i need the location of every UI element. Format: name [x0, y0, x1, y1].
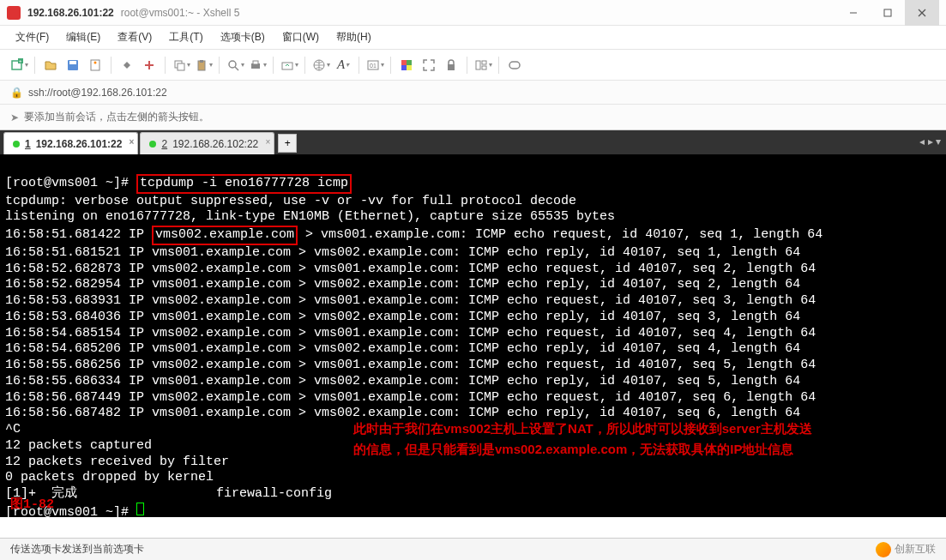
prompt: [root@vms001 ~]#: [5, 176, 136, 190]
svg-rect-25: [401, 65, 407, 70]
minimize-button[interactable]: [836, 0, 871, 26]
terminal-line: ^C: [5, 422, 21, 437]
toolbar: + A 01: [0, 50, 946, 81]
tab-label: 192.168.26.102:22: [172, 138, 258, 150]
menu-view[interactable]: 查看(V): [114, 28, 155, 46]
svg-rect-31: [509, 62, 520, 69]
add-tab-button[interactable]: +: [278, 134, 297, 153]
properties-icon[interactable]: [85, 55, 105, 75]
status-dot-icon: [149, 141, 156, 148]
terminal-line: 16:58:55.686256 IP vms002.example.com > …: [5, 358, 816, 372]
brand-icon: [876, 542, 891, 557]
highlighted-command: tcpdump -i eno16777728 icmp: [136, 174, 352, 194]
find-icon[interactable]: [225, 55, 245, 75]
tab-close-icon[interactable]: ×: [265, 137, 270, 147]
lock-icon[interactable]: [441, 55, 461, 75]
svg-rect-26: [407, 65, 412, 70]
terminal-line: 16:58:54.685206 IP vms001.example.com > …: [5, 341, 800, 356]
terminal-line: 16:58:51.681521 IP vms001.example.com > …: [5, 245, 800, 260]
close-icon: [918, 9, 926, 17]
color-icon[interactable]: [396, 55, 417, 75]
tab-close-icon[interactable]: ×: [130, 137, 135, 147]
layout-icon[interactable]: [473, 55, 493, 75]
save-icon[interactable]: [63, 55, 83, 75]
menu-tabs[interactable]: 选项卡(B): [217, 28, 268, 46]
terminal-line: 16:58:53.683931 IP vms002.example.com > …: [5, 293, 816, 308]
tab-num: 2: [161, 138, 167, 150]
menu-edit[interactable]: 编辑(E): [63, 28, 104, 46]
language-icon[interactable]: [310, 55, 331, 75]
tab-num: 1: [25, 138, 31, 150]
print-icon[interactable]: [247, 55, 268, 75]
status-bar: 传送选项卡发送到当前选项卡 创新互联: [0, 538, 946, 560]
svg-rect-14: [200, 60, 203, 63]
svg-text:+: +: [19, 58, 22, 63]
svg-rect-30: [482, 66, 486, 69]
svg-point-10: [94, 61, 97, 63]
brand-logo: 创新互联: [876, 542, 936, 557]
svg-rect-29: [482, 61, 486, 64]
svg-point-15: [229, 61, 236, 68]
reconnect-icon[interactable]: [117, 55, 137, 75]
transfer-icon[interactable]: [279, 55, 299, 75]
terminal-line: 16:58:53.684036 IP vms001.example.com > …: [5, 310, 800, 324]
terminal-line: 16:58:52.682873 IP vms002.example.com > …: [5, 262, 816, 276]
terminal-line: > vms001.example.com: ICMP echo request,…: [298, 227, 822, 242]
terminal-cursor: [136, 503, 144, 515]
svg-rect-24: [407, 60, 412, 65]
tab-scroll-icon[interactable]: ◂ ▸ ▾: [919, 135, 941, 148]
terminal-line: 16:58:52.682954 IP vms001.example.com > …: [5, 277, 800, 292]
tab-session-1[interactable]: 1 192.168.26.101:22 ×: [3, 132, 138, 154]
terminal-line: 16:58:55.686334 IP vms001.example.com > …: [5, 374, 800, 388]
window-title-main: 192.168.26.101:22: [27, 7, 114, 19]
font-icon[interactable]: A: [333, 55, 353, 75]
open-icon[interactable]: [40, 55, 61, 75]
terminal-line: tcpdump: verbose output suppressed, use …: [5, 194, 576, 208]
new-session-icon[interactable]: +: [9, 55, 29, 75]
window-title-sub: root@vms001:~ - Xshell 5: [121, 7, 240, 19]
svg-rect-1: [884, 9, 891, 16]
menu-file[interactable]: 文件(F): [12, 28, 52, 46]
info-bar: ➤ 要添加当前会话，点击左侧的箭头按钮。: [0, 105, 946, 130]
svg-rect-23: [401, 60, 407, 65]
pin-icon[interactable]: ➤: [10, 111, 19, 123]
status-text: 传送选项卡发送到当前选项卡: [10, 542, 144, 557]
terminal-line: 0 packets dropped by kernel: [5, 470, 214, 485]
copy-icon[interactable]: [171, 55, 191, 75]
help-icon[interactable]: [504, 55, 525, 75]
paste-icon[interactable]: [193, 55, 214, 75]
terminal-line: listening on eno16777728, link-type EN10…: [5, 209, 615, 224]
terminal-line: 12 packets captured: [5, 438, 152, 453]
app-icon: [7, 6, 21, 20]
maximize-button[interactable]: [871, 0, 905, 26]
minimize-icon: [849, 9, 858, 17]
svg-rect-8: [69, 61, 76, 64]
address-bar: 🔒 ssh://root@192.168.26.101:22: [0, 81, 946, 105]
svg-text:01: 01: [370, 63, 377, 69]
menu-bar: 文件(F) 编辑(E) 查看(V) 工具(T) 选项卡(B) 窗口(W) 帮助(…: [0, 26, 946, 50]
annotation-text: 此时由于我们在vms002主机上设置了NAT，所以此时可以接收到server主机…: [353, 418, 919, 460]
info-text: 要添加当前会话，点击左侧的箭头按钮。: [24, 110, 209, 124]
svg-line-16: [235, 67, 238, 70]
address-text[interactable]: ssh://root@192.168.26.101:22: [28, 87, 167, 99]
session-tabs: 1 192.168.26.101:22 × 2 192.168.26.102:2…: [0, 130, 946, 154]
maximize-icon: [883, 9, 892, 17]
disconnect-icon[interactable]: [139, 55, 160, 75]
terminal-line: 16:58:56.687449 IP vms002.example.com > …: [5, 390, 816, 405]
svg-rect-12: [178, 63, 184, 70]
lock-small-icon: 🔒: [10, 87, 23, 99]
svg-rect-18: [253, 61, 258, 64]
menu-window[interactable]: 窗口(W): [279, 28, 322, 46]
encoding-icon[interactable]: 01: [365, 55, 385, 75]
terminal-line: [1]+ 完成 firewall-config: [5, 486, 332, 501]
menu-help[interactable]: 帮助(H): [333, 28, 375, 46]
tab-session-2[interactable]: 2 192.168.26.102:22 ×: [140, 132, 274, 154]
terminal[interactable]: [root@vms001 ~]# tcpdump -i eno16777728 …: [0, 154, 946, 517]
close-button[interactable]: [905, 0, 939, 26]
menu-tools[interactable]: 工具(T): [166, 28, 206, 46]
svg-rect-19: [282, 63, 292, 69]
highlighted-host: vms002.example.com: [152, 226, 298, 245]
fullscreen-icon[interactable]: [419, 55, 439, 75]
figure-label: 图1-82: [10, 497, 54, 514]
svg-rect-28: [476, 61, 480, 69]
